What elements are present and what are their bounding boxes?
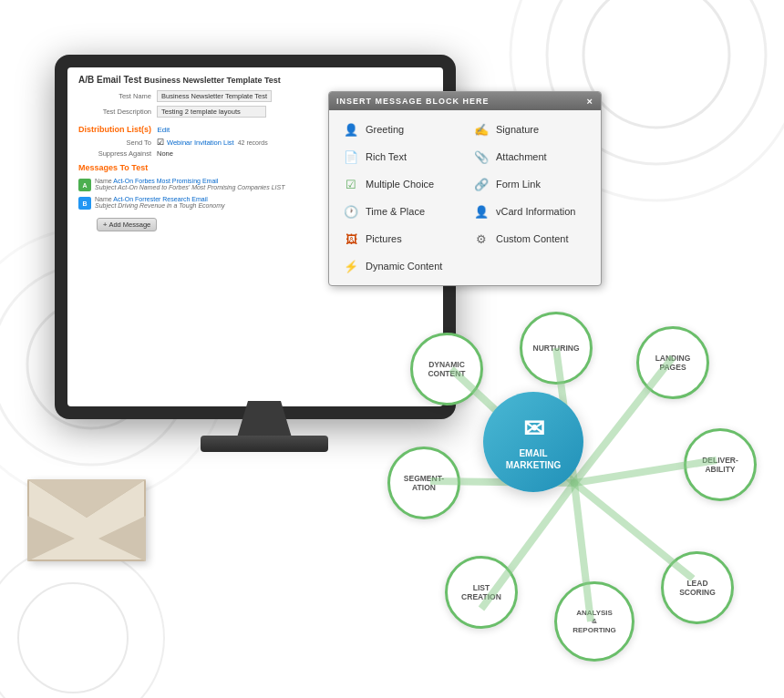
suppress-label: Suppress Against — [78, 149, 151, 158]
title-dark: Business Newsletter Template Test — [144, 76, 281, 85]
send-to-label: Send To — [78, 139, 151, 147]
multiplechoice-icon: ☑ — [342, 175, 360, 193]
multiplechoice-label: Multiple Choice — [366, 179, 434, 190]
attachment-label: Attachment — [496, 151, 547, 162]
popup-grid: 👤 Greeting ✍ Signature 📄 Rich Text 📎 Att… — [329, 110, 601, 285]
popup-header: INSERT MESSAGE BLOCK HERE × — [329, 92, 601, 110]
testname-label: Test Name — [78, 92, 151, 100]
timeplace-label: Time & Place — [366, 206, 425, 217]
diagram-center: ✉ EMAILMARKETING — [483, 392, 583, 492]
vcard-label: vCard Information — [496, 206, 575, 217]
node-deliverability: DELIVER-ABILITY — [684, 428, 757, 501]
testdesc-value: Testing 2 template layouts — [157, 106, 266, 118]
pictures-icon: 🖼 — [342, 230, 360, 248]
popup-item-attachment[interactable]: 📎 Attachment — [465, 143, 595, 170]
distribution-edit-link[interactable]: Edit — [158, 126, 170, 134]
monitor-base — [201, 436, 328, 452]
signature-label: Signature — [496, 124, 539, 135]
envelope-container — [27, 479, 155, 570]
popup-item-customcontent[interactable]: ⚙ Custom Content — [465, 225, 595, 252]
formlink-icon: 🔗 — [472, 175, 490, 193]
insert-message-popup: INSERT MESSAGE BLOCK HERE × 👤 Greeting ✍… — [328, 91, 602, 286]
popup-header-title: INSERT MESSAGE BLOCK HERE — [336, 97, 490, 106]
testname-value: Business Newsletter Template Test — [157, 90, 272, 102]
greeting-icon: 👤 — [342, 120, 360, 139]
email-marketing-diagram: ✉ EMAILMARKETING DYNAMIC CONTENT NURTURI… — [383, 310, 766, 674]
attachment-icon: 📎 — [472, 148, 490, 166]
node-landing-pages: LANDING PAGES — [636, 326, 709, 399]
badge-a: A — [78, 179, 91, 191]
popup-item-signature[interactable]: ✍ Signature — [465, 116, 595, 143]
vcard-icon: 👤 — [472, 202, 490, 221]
envelope-flap — [27, 479, 146, 518]
richtext-label: Rich Text — [366, 151, 407, 162]
node-segmentation: SEGMENT-ATION — [387, 447, 460, 519]
node-analysis-reporting: ANALYSIS&REPORTING — [554, 581, 634, 662]
popup-item-formlink[interactable]: 🔗 Form Link — [465, 170, 595, 198]
timeplace-icon: 🕐 — [342, 202, 360, 221]
popup-item-richtext[interactable]: 📄 Rich Text — [335, 143, 465, 170]
title-orange: A/B Email Test — [78, 75, 141, 85]
popup-item-timeplace[interactable]: 🕐 Time & Place — [335, 198, 465, 225]
svg-point-6 — [18, 583, 128, 693]
email-marketing-icon: ✉ — [523, 414, 544, 444]
dynamiccontent-label: Dynamic Content — [366, 261, 442, 272]
popup-item-dynamiccontent[interactable]: ⚡ Dynamic Content — [335, 252, 595, 280]
send-to-count: 42 records — [238, 139, 268, 146]
popup-item-multiplechoice[interactable]: ☑ Multiple Choice — [335, 170, 465, 198]
pictures-label: Pictures — [366, 233, 402, 244]
node-list-creation: LIST CREATION — [445, 556, 518, 629]
send-to-value: Webinar Invitation List — [167, 139, 234, 147]
node-lead-scoring: LEAD SCORING — [661, 551, 734, 624]
popup-close-button[interactable]: × — [587, 96, 593, 107]
popup-item-greeting[interactable]: 👤 Greeting — [335, 116, 465, 143]
testdesc-label: Test Description — [78, 108, 151, 116]
signature-icon: ✍ — [472, 120, 490, 139]
greeting-label: Greeting — [366, 124, 404, 135]
badge-b: B — [78, 197, 91, 210]
envelope — [27, 479, 146, 561]
envelope-right-fold — [98, 516, 146, 561]
suppress-value: None — [157, 149, 173, 158]
formlink-label: Form Link — [496, 179, 541, 190]
popup-item-vcard[interactable]: 👤 vCard Information — [465, 198, 595, 225]
svg-point-0 — [583, 0, 729, 128]
screen-title: A/B Email Test Business Newsletter Templ… — [78, 75, 432, 85]
customcontent-label: Custom Content — [496, 233, 568, 244]
popup-item-pictures[interactable]: 🖼 Pictures — [335, 225, 465, 252]
add-message-button[interactable]: Add Message — [97, 218, 157, 231]
dynamiccontent-icon: ⚡ — [342, 257, 360, 275]
richtext-icon: 📄 — [342, 148, 360, 166]
email-marketing-label: EMAILMARKETING — [506, 447, 562, 471]
envelope-left-fold — [27, 516, 75, 561]
node-nurturing: NURTURING — [520, 312, 593, 385]
node-dynamic-content: DYNAMIC CONTENT — [410, 333, 483, 405]
customcontent-icon: ⚙ — [472, 230, 490, 248]
